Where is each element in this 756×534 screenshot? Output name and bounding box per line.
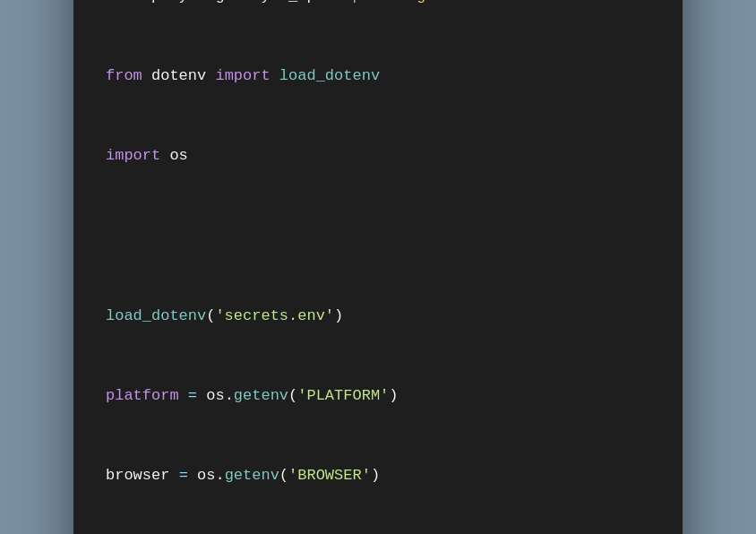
- code-line-4: [106, 223, 650, 250]
- code-line-7: browser = os.getenv('BROWSER'): [106, 462, 650, 489]
- code-line-2: from dotenv import load_dotenv: [106, 63, 650, 90]
- code-line-6: platform = os.getenv('PLATFORM'): [106, 383, 650, 409]
- code-line-1: from playwright.sync_api import Page: [106, 0, 650, 10]
- code-line-3: import os: [106, 142, 650, 169]
- code-line-5: load_dotenv('secrets.env'): [106, 303, 650, 330]
- code-window: from playwright.sync_api import Page fro…: [73, 0, 683, 534]
- code-content: from playwright.sync_api import Page fro…: [73, 0, 683, 534]
